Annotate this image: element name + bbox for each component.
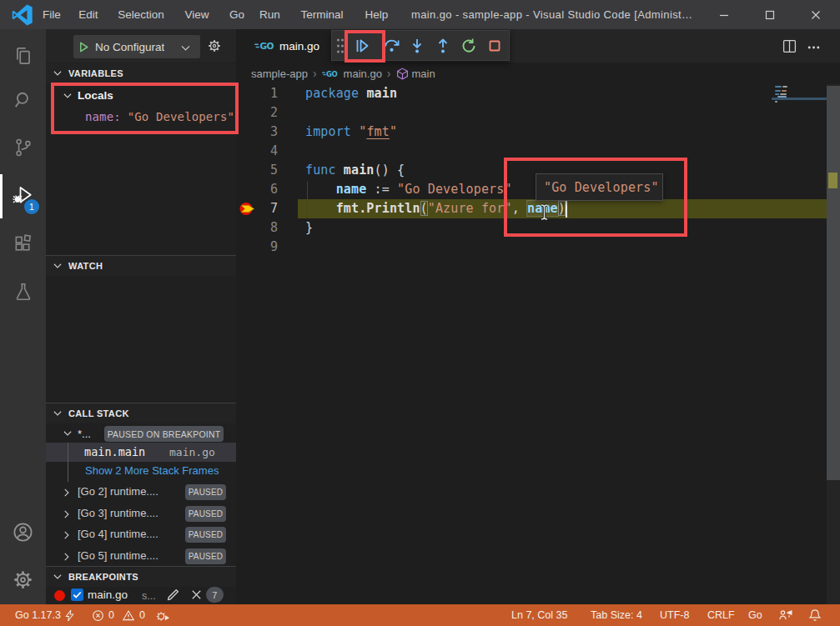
- line-number[interactable]: 2: [250, 103, 278, 123]
- stack-frame-row-selected[interactable]: main.main main.go: [46, 443, 236, 462]
- menu-edit[interactable]: Edit: [70, 0, 106, 29]
- menu-selection[interactable]: Selection: [109, 0, 173, 29]
- code-line[interactable]: name := "Go Developers": [298, 180, 764, 199]
- status-go-version[interactable]: Go 1.17.3: [15, 604, 75, 626]
- variable-name-row[interactable]: name:"Go Developers": [85, 108, 234, 127]
- goroutine-row[interactable]: [Go 2] runtime.... PAUSED: [46, 482, 236, 503]
- notifications-bell-icon[interactable]: [808, 604, 822, 626]
- variables-scope-locals[interactable]: Locals: [63, 86, 113, 105]
- paused-badge: PAUSED: [185, 548, 226, 564]
- debug-continue-button[interactable]: [349, 32, 375, 59]
- status-tab-size[interactable]: Tab Size: 4: [591, 604, 642, 626]
- debug-step-over-button[interactable]: [379, 32, 405, 59]
- menu-terminal[interactable]: Terminal: [292, 0, 351, 29]
- debug-settings-gear-icon[interactable]: [207, 38, 222, 53]
- line-number[interactable]: 3: [250, 123, 278, 142]
- scrollbar-thumb[interactable]: [827, 86, 840, 480]
- code-line-debug-stopped[interactable]: fmt.Println("Azure for", name): [298, 199, 827, 218]
- breakpoint-checkbox[interactable]: [71, 588, 83, 601]
- menu-help[interactable]: Help: [357, 0, 397, 29]
- debug-step-into-button[interactable]: [405, 32, 430, 59]
- code-line[interactable]: [298, 238, 764, 257]
- debug-current-line-gutter-icon[interactable]: [239, 201, 257, 217]
- tab-main-go[interactable]: GO main.go: [236, 29, 331, 63]
- breadcrumb-folder[interactable]: sample-app: [251, 68, 308, 80]
- account-icon[interactable]: [0, 510, 46, 553]
- debug-hover-tooltip: "Go Developers": [536, 173, 663, 201]
- status-language[interactable]: Go: [748, 604, 762, 626]
- code-line[interactable]: import "fmt": [298, 123, 764, 142]
- variables-section-header[interactable]: VARIABLES: [46, 63, 236, 83]
- restart-icon: [460, 38, 477, 54]
- extensions-icon[interactable]: [0, 222, 46, 265]
- breakpoints-section-header[interactable]: BREAKPOINTS: [46, 567, 236, 587]
- menu-file[interactable]: File: [34, 0, 69, 29]
- status-cursor-position[interactable]: Ln 7, Col 35: [511, 604, 567, 626]
- source-control-icon[interactable]: [0, 126, 46, 169]
- editor-more-actions-icon[interactable]: [807, 40, 821, 54]
- code-line[interactable]: [298, 103, 764, 123]
- paused-badge: PAUSED: [185, 527, 226, 543]
- chevron-down-icon: [63, 428, 73, 438]
- debug-toolbar-drag-handle[interactable]: [332, 37, 349, 55]
- maximize-button[interactable]: [751, 0, 788, 29]
- chevron-down-icon: [180, 43, 191, 53]
- tab-label: main.go: [279, 40, 319, 53]
- code-line[interactable]: func main() {: [298, 161, 764, 180]
- debug-step-out-button[interactable]: [430, 32, 456, 59]
- settings-gear-icon[interactable]: [0, 558, 46, 601]
- debug-config-toolbar: No Configurat: [46, 29, 236, 63]
- chevron-right-icon: [62, 530, 72, 540]
- vscode-logo-icon: [12, 4, 33, 26]
- breadcrumb-file[interactable]: main.go: [344, 68, 382, 80]
- call-stack-thread-row[interactable]: *...: [63, 424, 91, 443]
- line-number[interactable]: 6: [250, 180, 278, 199]
- line-number[interactable]: 5: [250, 161, 278, 180]
- explorer-icon[interactable]: [0, 34, 46, 78]
- run-and-debug-icon[interactable]: [0, 174, 46, 218]
- breakpoint-row[interactable]: main.go s... 7: [46, 586, 236, 604]
- goroutine-row[interactable]: [Go 3] runtime.... PAUSED: [46, 503, 236, 524]
- vscode-window: File Edit Selection View Go Run Terminal…: [0, 0, 840, 626]
- code-line[interactable]: }: [298, 218, 764, 238]
- testing-icon[interactable]: [0, 270, 46, 313]
- window-title: main.go - sample-app - Visual Studio Cod…: [411, 0, 692, 29]
- edit-breakpoint-icon[interactable]: [166, 588, 180, 602]
- code-line[interactable]: [298, 142, 764, 161]
- menu-run[interactable]: Run: [251, 0, 289, 29]
- menu-view[interactable]: View: [176, 0, 217, 29]
- chevron-down-icon: [53, 68, 63, 78]
- status-problems[interactable]: 0 0: [92, 604, 145, 626]
- menu-go[interactable]: Go: [221, 0, 253, 29]
- minimap[interactable]: [772, 84, 827, 134]
- line-number[interactable]: 1: [250, 84, 278, 103]
- code-area[interactable]: 1 2 3 4 5 6 7 8 9 package main import "f…: [236, 84, 840, 604]
- debug-config-dropdown[interactable]: No Configurat: [73, 35, 200, 58]
- watch-section-header[interactable]: WATCH: [46, 256, 236, 276]
- svg-text:GO: GO: [260, 41, 274, 51]
- close-window-button[interactable]: [797, 0, 834, 29]
- tree-indent-guide: [68, 443, 68, 482]
- split-editor-icon[interactable]: [782, 39, 797, 53]
- goroutine-row[interactable]: [Go 4] runtime.... PAUSED: [46, 524, 236, 545]
- editor-group: GO main.go: [236, 29, 840, 604]
- goroutine-row[interactable]: [Go 5] runtime.... PAUSED: [46, 546, 236, 567]
- status-encoding[interactable]: UTF-8: [660, 604, 689, 626]
- line-number[interactable]: 4: [250, 142, 278, 161]
- line-number[interactable]: 9: [250, 238, 278, 257]
- minimize-button[interactable]: [705, 0, 742, 29]
- status-eol[interactable]: CRLF: [707, 604, 735, 626]
- search-icon[interactable]: [0, 78, 46, 122]
- code-line[interactable]: package main: [298, 84, 764, 103]
- breadcrumb-symbol[interactable]: main: [412, 68, 435, 80]
- title-bar: File Edit Selection View Go Run Terminal…: [0, 0, 840, 29]
- debug-badge: 1: [24, 199, 39, 214]
- show-more-stack-frames-link[interactable]: Show 2 More Stack Frames: [85, 462, 219, 480]
- call-stack-section-header[interactable]: CALL STACK: [46, 403, 236, 423]
- line-number[interactable]: 8: [250, 218, 278, 238]
- status-debug-icon[interactable]: [155, 604, 171, 626]
- debug-stop-button[interactable]: [482, 32, 508, 59]
- debug-restart-button[interactable]: [456, 32, 482, 59]
- feedback-icon[interactable]: [778, 604, 793, 626]
- remove-breakpoint-icon[interactable]: [190, 588, 203, 601]
